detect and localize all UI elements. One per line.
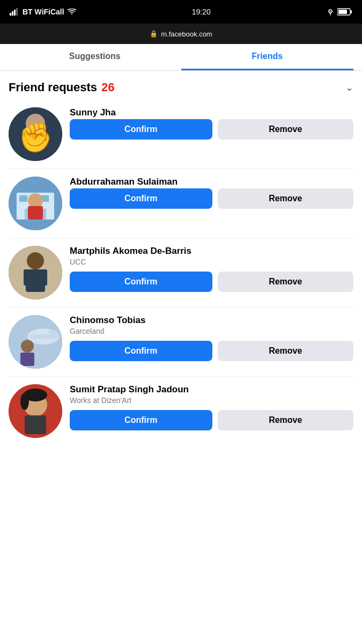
friend-actions: Confirm Remove	[70, 119, 353, 140]
lock-icon: 🔒	[150, 30, 158, 38]
svg-rect-1	[12, 11, 13, 16]
section-title: Friend requests 26	[9, 80, 115, 94]
svg-text:✊: ✊	[18, 121, 53, 155]
svg-rect-30	[20, 353, 34, 366]
svg-point-18	[28, 193, 43, 208]
remove-button[interactable]: Remove	[218, 272, 354, 292]
confirm-button[interactable]: Confirm	[70, 188, 212, 209]
url-text: m.facebook.com	[161, 30, 212, 38]
svg-point-34	[20, 393, 29, 410]
friend-actions: Confirm Remove	[70, 341, 353, 361]
friend-name: Chinomso Tobias	[70, 315, 353, 326]
svg-rect-3	[16, 8, 18, 16]
tab-friends[interactable]: Friends	[181, 44, 354, 70]
status-bar: BT WiFiCall 19:20	[0, 0, 362, 24]
status-left: BT WiFiCall	[10, 8, 76, 16]
svg-rect-27	[30, 334, 60, 339]
svg-rect-2	[14, 10, 16, 16]
friend-actions: Confirm Remove	[70, 410, 353, 430]
friend-request-item: Chinomso Tobias Garceland Confirm Remove	[9, 308, 353, 377]
svg-rect-23	[24, 269, 29, 286]
remove-button[interactable]: Remove	[218, 119, 354, 140]
friend-sub: UCC	[70, 258, 353, 266]
remove-button[interactable]: Remove	[218, 410, 354, 430]
carrier-label: BT WiFiCall	[23, 8, 64, 16]
svg-rect-0	[10, 13, 11, 16]
friend-info: Martphils Akomea De-Barris UCC Confirm R…	[70, 246, 353, 292]
avatar	[9, 384, 62, 438]
svg-rect-8	[338, 10, 347, 14]
confirm-button[interactable]: Confirm	[70, 410, 212, 430]
main-content: Friend requests 26 ⌄ ✊ Sunny Jha Confirm…	[0, 71, 362, 445]
battery-icon	[337, 8, 352, 16]
svg-point-5	[330, 11, 331, 12]
friend-name: Abdurrahaman Sulaiman	[70, 177, 353, 187]
confirm-button[interactable]: Confirm	[70, 119, 212, 140]
status-right	[327, 8, 352, 16]
friend-actions: Confirm Remove	[70, 272, 353, 292]
request-count: 26	[101, 80, 114, 94]
friend-info: Sunny Jha Confirm Remove	[70, 107, 353, 140]
svg-rect-14	[19, 195, 27, 202]
friend-request-item: Sumit Pratap Singh Jadoun Works at Dizen…	[9, 377, 353, 445]
friend-actions: Confirm Remove	[70, 188, 353, 209]
avatar: ✊	[9, 107, 62, 161]
signal-icon	[10, 8, 19, 16]
section-title-text: Friend requests	[9, 80, 97, 94]
confirm-button[interactable]: Confirm	[70, 341, 212, 361]
tab-suggestions[interactable]: Suggestions	[9, 44, 181, 70]
avatar	[9, 315, 62, 369]
chevron-down-icon[interactable]: ⌄	[345, 82, 353, 93]
friend-request-item: ✊ Sunny Jha Confirm Remove	[9, 100, 353, 169]
svg-point-10	[26, 114, 45, 133]
svg-rect-7	[351, 10, 352, 13]
status-time: 19:20	[192, 8, 211, 16]
friend-sub: Garceland	[70, 327, 353, 335]
friend-name: Martphils Akomea De-Barris	[70, 246, 353, 257]
friend-request-item: Martphils Akomea De-Barris UCC Confirm R…	[9, 238, 353, 308]
friend-sub: Works at Dizen'Art	[70, 396, 353, 405]
remove-button[interactable]: Remove	[218, 188, 354, 209]
svg-rect-19	[28, 206, 43, 219]
remove-button[interactable]: Remove	[218, 341, 354, 361]
svg-point-29	[21, 340, 34, 353]
friend-info: Sumit Pratap Singh Jadoun Works at Dizen…	[70, 384, 353, 430]
friend-name: Sunny Jha	[70, 107, 353, 118]
wifi-icon	[68, 9, 76, 15]
url-bar: 🔒 m.facebook.com	[0, 24, 362, 44]
svg-rect-28	[49, 330, 57, 334]
confirm-button[interactable]: Confirm	[70, 272, 212, 292]
tab-bar: Suggestions Friends	[0, 44, 362, 71]
svg-rect-35	[25, 415, 46, 434]
section-header: Friend requests 26 ⌄	[9, 71, 353, 100]
location-icon	[327, 8, 334, 16]
svg-rect-24	[42, 269, 47, 286]
friend-request-item: Abdurrahaman Sulaiman Confirm Remove	[9, 169, 353, 238]
friend-info: Chinomso Tobias Garceland Confirm Remove	[70, 315, 353, 361]
friend-name: Sumit Pratap Singh Jadoun	[70, 384, 353, 395]
avatar	[9, 246, 62, 299]
avatar	[9, 177, 62, 230]
friend-info: Abdurrahaman Sulaiman Confirm Remove	[70, 177, 353, 209]
svg-point-21	[27, 252, 44, 269]
